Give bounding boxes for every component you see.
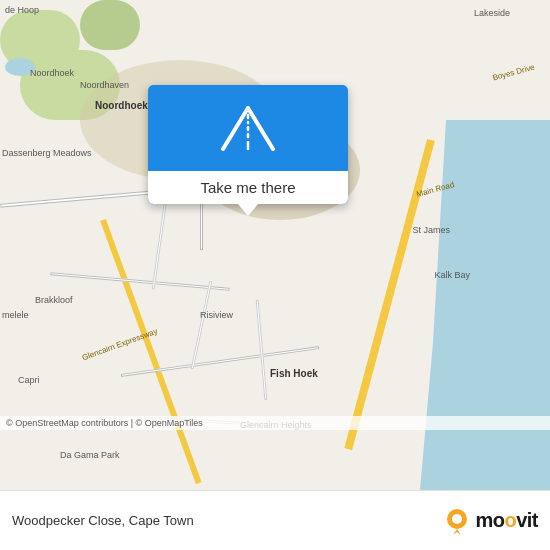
location-label: Woodpecker Close, Cape Town [12, 513, 194, 528]
take-me-there-button[interactable]: Take me there [148, 171, 348, 204]
green-area-3 [80, 0, 140, 50]
label-capri: Capri [18, 375, 40, 385]
label-melele: melele [2, 310, 29, 320]
map-view[interactable]: de Hoop Lakeside Noordhoek Noordhaven No… [0, 0, 550, 490]
road-navigation-icon [218, 103, 278, 153]
label-lakeside: Lakeside [474, 8, 510, 18]
label-st-james: St James [412, 225, 450, 235]
moovit-logo: moovit [443, 507, 538, 535]
label-de-hoop: de Hoop [5, 5, 39, 15]
bottom-bar: Woodpecker Close, Cape Town moovit [0, 490, 550, 550]
svg-point-6 [452, 514, 462, 524]
copyright-bar: © OpenStreetMap contributors | © OpenMap… [0, 416, 550, 430]
label-da-gama-park: Da Gama Park [60, 450, 120, 460]
moovit-brand-text: moovit [475, 509, 538, 532]
popup-icon-area [148, 85, 348, 171]
popup-arrow [238, 204, 258, 216]
label-fish-hoek: Fish Hoek [270, 368, 318, 379]
label-noordhaven: Noordhaven [80, 80, 129, 90]
svg-line-1 [248, 108, 273, 149]
label-kalk-bay: Kalk Bay [434, 270, 470, 280]
svg-line-0 [223, 108, 248, 149]
label-dassenberg: Dassenberg Meadows [2, 148, 92, 158]
label-brakkloof: Brakkloof [35, 295, 73, 305]
label-noordhoek: Noordhoek [30, 68, 74, 78]
copyright-text: © OpenStreetMap contributors | © OpenMap… [6, 418, 203, 428]
moovit-pin-icon [443, 507, 471, 535]
label-risiview: Risiview [200, 310, 233, 320]
navigation-popup: Take me there [148, 85, 348, 204]
